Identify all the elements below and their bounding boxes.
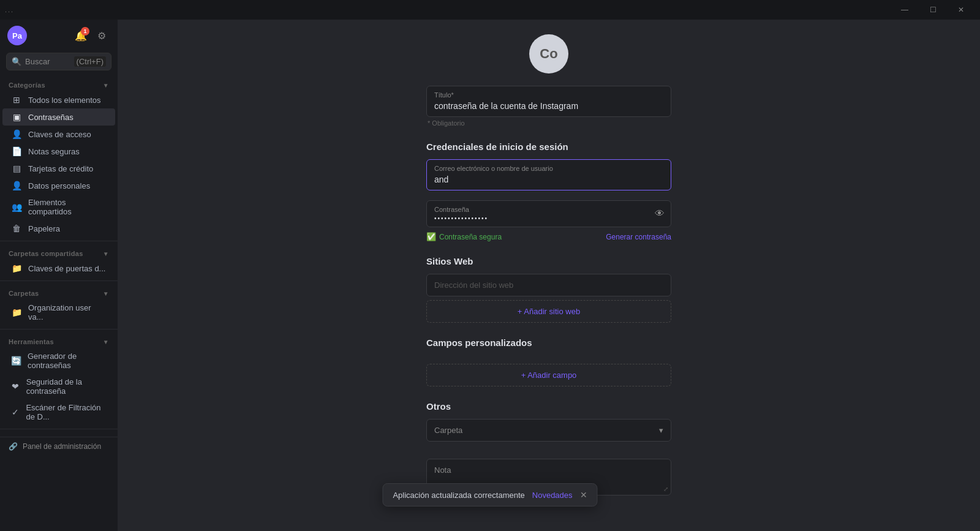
sidebar-item-personal-data[interactable]: 👤Datos personales (2, 177, 115, 194)
tool-icon-breach-scanner: ✓ (11, 407, 20, 417)
toast-action-button[interactable]: Novedades (532, 491, 573, 500)
close-button[interactable]: ✕ (947, 0, 975, 20)
nav-icon-all: ⊞ (11, 95, 22, 105)
sidebar-item-shared-elements[interactable]: 👥Elementos compartidos (2, 194, 115, 220)
username-input[interactable] (434, 175, 663, 184)
nav-label-all: Todos los elementos (28, 96, 101, 105)
search-label: Buscar (25, 57, 50, 66)
resize-handle[interactable]: ⤢ (663, 486, 668, 492)
chevron-down-icon: ▾ (659, 426, 663, 435)
password-group: Contraseña •••••••••••••••• 👁 ✅ Contrase… (426, 200, 671, 241)
sidebar-shared-door-keys[interactable]: 📁Claves de puertas d... (2, 260, 115, 277)
divider-4 (0, 429, 118, 429)
secure-badge: ✅ Contraseña segura (426, 232, 502, 241)
tool-label-password-security: Seguridad de la contraseña (26, 377, 107, 396)
nav-icon-credit-cards: ▤ (11, 164, 22, 173)
note-label: Nota (434, 465, 451, 475)
admin-icon: 🔗 (9, 442, 18, 451)
title-input[interactable] (434, 101, 663, 111)
sidebar-item-secure-notes[interactable]: 📄Notas seguras (2, 143, 115, 160)
sidebar-tool-password-gen[interactable]: 🔄Generador de contraseñas (2, 348, 115, 374)
generate-password-button[interactable]: Generar contraseña (606, 233, 671, 241)
entry-avatar: Co (529, 34, 568, 73)
shared-folders-chevron-icon[interactable]: ▼ (103, 250, 109, 257)
folder-label-door-keys: Claves de puertas d... (28, 264, 105, 273)
categories-section-label: Categorías ▼ (0, 77, 118, 91)
tools-section-label: Herramientas ▼ (0, 333, 118, 348)
tools-chevron-icon[interactable]: ▼ (103, 339, 109, 345)
folder-placeholder: Carpeta (434, 426, 462, 435)
shared-folders-text: Carpetas compartidas (9, 250, 83, 257)
tools: 🔄Generador de contraseñas❤Seguridad de l… (0, 348, 118, 425)
sidebar-item-trash[interactable]: 🗑Papelera (2, 220, 115, 237)
folders-section-label: Carpetas ▼ (0, 285, 118, 299)
sidebar-tool-password-security[interactable]: ❤Seguridad de la contraseña (2, 374, 115, 399)
tools-label-text: Herramientas (9, 338, 54, 345)
sidebar-item-credit-cards[interactable]: ▤Tarjetas de crédito (2, 160, 115, 177)
sidebar-folder-org-user[interactable]: 📁Organization user va... (2, 299, 115, 325)
categories-label: Categorías (9, 81, 45, 89)
toast-close-button[interactable]: ✕ (580, 490, 587, 500)
credentials-section-title: Credenciales de inicio de sesión (426, 141, 671, 152)
app-body: Pa 🔔 1 ⚙ 🔍 Buscar (Ctrl+F) Categorías ▼ … (0, 20, 980, 531)
folders-chevron-icon[interactable]: ▼ (103, 290, 109, 297)
sidebar-item-access-keys[interactable]: 👤Claves de acceso (2, 126, 115, 143)
gear-icon: ⚙ (97, 30, 106, 42)
settings-button[interactable]: ⚙ (93, 27, 110, 44)
nav-label-passwords: Contraseñas (28, 113, 74, 122)
divider-2 (0, 281, 118, 281)
nav-items: ⊞Todos los elementos▣Contraseñas👤Claves … (0, 91, 118, 237)
websites-section-title: Sitios Web (426, 256, 671, 266)
password-status: ✅ Contraseña segura Generar contraseña (426, 232, 671, 241)
password-dots: •••••••••••••••• (434, 215, 646, 222)
sidebar-item-all[interactable]: ⊞Todos los elementos (2, 91, 115, 108)
sidebar-item-passwords[interactable]: ▣Contraseñas (2, 108, 115, 126)
shared-folders: 📁Claves de puertas d... (0, 260, 118, 277)
main-content: Co Título* * Obligatorio Credenciales de… (118, 20, 980, 531)
minimize-button[interactable]: — (891, 0, 919, 20)
categories-chevron-icon[interactable]: ▼ (103, 82, 109, 89)
title-field: Título* (426, 86, 671, 117)
custom-fields-group: + Añadir campo (426, 360, 671, 386)
nav-icon-personal-data: 👤 (11, 181, 22, 190)
maximize-button[interactable]: ☐ (919, 0, 947, 20)
admin-panel[interactable]: 🔗 Panel de administración (0, 437, 118, 456)
admin-panel-label: Panel de administración (23, 442, 101, 451)
search-icon: 🔍 (12, 57, 21, 66)
entry-form: Co Título* * Obligatorio Credenciales de… (426, 34, 671, 495)
folders: 📁Organization user va... (0, 299, 118, 325)
titlebar-controls: — ☐ ✕ (891, 0, 975, 20)
nav-label-personal-data: Datos personales (28, 181, 90, 190)
add-field-button[interactable]: + Añadir campo (426, 364, 671, 386)
folder-icon-org-user: 📁 (11, 307, 22, 317)
tool-label-password-gen: Generador de contraseñas (28, 352, 107, 370)
nav-icon-access-keys: 👤 (11, 129, 22, 139)
username-group: Correo electrónico o nombre de usuario (426, 159, 671, 190)
username-label: Correo electrónico o nombre de usuario (434, 165, 663, 172)
folder-icon-door-keys: 📁 (11, 263, 22, 273)
sidebar-tool-breach-scanner[interactable]: ✓Escáner de Filtración de D... (2, 399, 115, 425)
username-field: Correo electrónico o nombre de usuario (426, 159, 671, 190)
tool-icon-password-security: ❤ (11, 382, 20, 391)
title-label: Título* (434, 91, 663, 99)
shared-folders-label: Carpetas compartidas ▼ (0, 245, 118, 260)
titlebar-menu-icon: ... (5, 6, 14, 13)
notification-badge: 1 (81, 27, 89, 36)
add-website-button[interactable]: + Añadir sitio web (426, 300, 671, 323)
show-password-button[interactable]: 👁 (655, 208, 665, 219)
website-input[interactable]: Dirección del sitio web (426, 274, 671, 296)
nav-icon-trash: 🗑 (11, 224, 22, 233)
nav-label-shared-elements: Elementos compartidos (28, 198, 107, 216)
folder-select[interactable]: Carpeta ▾ (426, 419, 671, 442)
nav-label-access-keys: Claves de acceso (28, 130, 91, 139)
notifications-button[interactable]: 🔔 1 (72, 27, 89, 44)
nav-icon-passwords: ▣ (11, 112, 22, 122)
search-shortcut: (Ctrl+F) (74, 56, 106, 67)
search-box[interactable]: 🔍 Buscar (Ctrl+F) (6, 53, 111, 70)
custom-fields-section-title: Campos personalizados (426, 337, 671, 348)
avatar[interactable]: Pa (7, 26, 27, 45)
folder-label-org-user: Organization user va... (28, 303, 107, 322)
nav-icon-shared-elements: 👥 (11, 202, 22, 212)
titlebar-dots: ... (5, 6, 14, 13)
secure-label: Contraseña segura (439, 233, 502, 241)
